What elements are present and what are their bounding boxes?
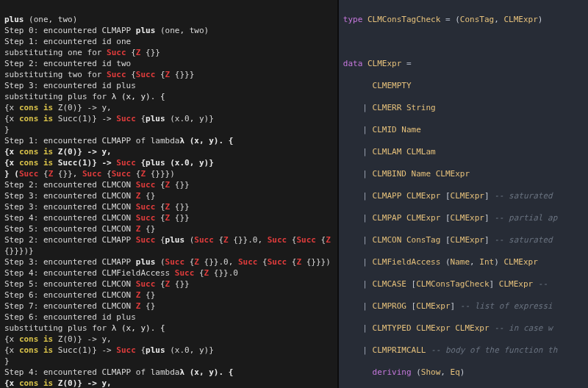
code-line[interactable]: deriving (Show, Eq) [343,367,584,378]
code-line[interactable]: | CLMBIND Name CLMExpr [343,168,584,179]
code-line[interactable]: | CLMFieldAccess (Name, Int) CLMExpr [343,256,584,267]
code-line[interactable] [343,36,584,47]
code-line[interactable]: | CLMID Name [343,124,584,135]
code-line[interactable]: | CLMLAM CLMLam [343,146,584,157]
code-line[interactable]: data CLMExpr = [343,58,584,69]
terminal-output-pane[interactable]: plus (one, two) Step 0: encountered CLMA… [0,0,337,388]
code-line[interactable]: type CLMConsTagCheck = (ConsTag, CLMExpr… [343,14,584,25]
code-line[interactable]: | CLMPAP CLMExpr [CLMExpr] -- partial ap [343,212,584,223]
code-line[interactable]: CLMEMPTY [343,80,584,91]
code-line[interactable]: | CLMTYPED CLMExpr CLMExpr -- in case w [343,323,584,334]
output-token: plus [4,15,24,24]
code-line[interactable]: | CLMCON ConsTag [CLMExpr] -- saturated [343,234,584,245]
code-line[interactable]: | CLMPROG [CLMExpr] -- list of expressi [343,301,584,312]
code-line[interactable]: | CLMERR String [343,102,584,113]
code-line[interactable]: | CLMPRIMCALL -- body of the function th [343,345,584,356]
code-line[interactable]: | CLMAPP CLMExpr [CLMExpr] -- saturated [343,190,584,201]
code-line[interactable]: | CLMCASE [CLMConsTagCheck] CLMExpr -- [343,279,584,290]
code-editor-pane[interactable]: type CLMConsTagCheck = (ConsTag, CLMExpr… [339,0,588,388]
